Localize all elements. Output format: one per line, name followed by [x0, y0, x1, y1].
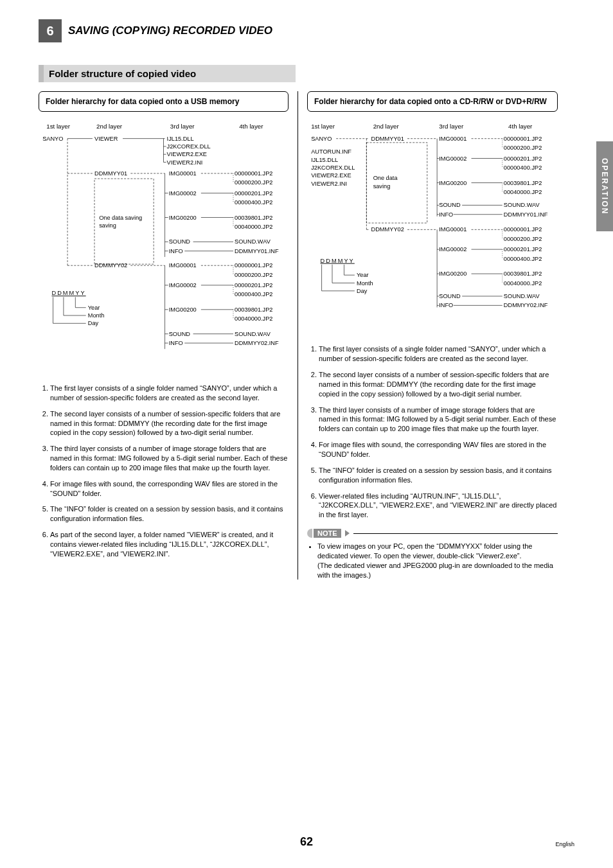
- f3a: 00039801.JP2: [504, 180, 542, 186]
- left-explanation-list: The first layer consists of a single fol…: [39, 384, 289, 559]
- bfile-3b: 00040000.JP2: [235, 315, 272, 322]
- root-file-1: AUTORUN.INF: [311, 148, 351, 155]
- b-img1: IMG00001: [439, 226, 466, 233]
- left-column: Folder hierarchy for data copied onto a …: [39, 91, 298, 580]
- chapter-number: 6: [46, 24, 53, 39]
- root-file-3: J2KCOREX.DLL: [311, 164, 355, 171]
- bfile-3a: 00039801.JP2: [235, 306, 272, 313]
- list-item: The “INFO” folder is created on a sessio…: [50, 504, 289, 524]
- side-tab: OPERATION: [596, 141, 613, 231]
- root-folder: SANYO: [42, 136, 63, 142]
- root-file-2: IJL15.DLL: [311, 157, 338, 163]
- usb-folder-diagram: 1st layer 2nd layer 3rd layer 4th layer …: [39, 121, 289, 373]
- svg-rect-8: [94, 179, 154, 264]
- img3-folder: IMG00200: [169, 215, 197, 221]
- page-language: English: [555, 841, 574, 847]
- img3: IMG00200: [439, 180, 466, 186]
- list-item: The first layer consists of a single fol…: [319, 344, 558, 364]
- root-file-5: VIEWER2.INI: [311, 181, 347, 187]
- list-item: The first layer consists of a single fol…: [50, 384, 289, 403]
- layer4-label: 4th layer: [508, 123, 533, 130]
- page-number: 62: [300, 835, 313, 848]
- img2: IMG00002: [439, 155, 466, 162]
- chapter-title: SAVING (COPYING) RECORDED VIDEO: [68, 24, 272, 37]
- info-folder: INFO: [169, 248, 183, 254]
- b-img1: IMG00001: [169, 262, 197, 269]
- note-header: NOTE: [307, 529, 558, 538]
- b-info: INFO: [169, 340, 183, 346]
- legend-root: DDMMYY: [321, 258, 355, 264]
- bf2b: 00000400.JP2: [504, 256, 542, 262]
- chapter-number-box: 6: [39, 19, 62, 42]
- file-1a: 00000001.JP2: [235, 170, 272, 177]
- file-3b: 00040000.JP2: [235, 224, 272, 230]
- legend-month: Month: [88, 312, 105, 319]
- img2-folder: IMG00002: [169, 190, 197, 197]
- anno-saving: saving: [373, 183, 391, 190]
- layer1-label: 1st layer: [46, 123, 70, 130]
- side-tab-label: OPERATION: [600, 158, 609, 215]
- anno-saving: saving: [99, 222, 116, 229]
- binf: DDMMYY02.INF: [504, 302, 548, 308]
- right-panel-title: Folder hierarchy for data copied onto a …: [307, 91, 558, 112]
- file-2a: 00000201.JP2: [235, 190, 272, 197]
- legend-root: DDMMYY: [51, 290, 85, 296]
- b-img3: IMG00200: [169, 306, 197, 313]
- bf1b: 00000200.JP2: [504, 236, 542, 242]
- note-divider: [353, 533, 558, 534]
- legend-day: Day: [88, 320, 99, 326]
- page-footer: 62 English: [0, 835, 613, 849]
- note-lead-icon: [307, 529, 312, 538]
- b-sound-file: SOUND.WAV: [235, 331, 271, 337]
- session1-folder: DDMMYY01: [371, 136, 404, 142]
- f3b: 00040000.JP2: [504, 189, 542, 195]
- file-1b: 00000200.JP2: [235, 179, 272, 186]
- chevron-right-icon: [345, 530, 350, 536]
- list-item: For image files with sound, the correspo…: [50, 479, 289, 499]
- viewer-folder: VIEWER: [94, 136, 118, 142]
- viewer-file-3: VIEWER2.EXE: [167, 151, 207, 157]
- file-3a: 00039801.JP2: [235, 215, 272, 221]
- right-column: Folder hierarchy for data copied onto a …: [298, 91, 558, 580]
- bf3a: 00039801.JP2: [504, 270, 542, 277]
- b-info-file: DDMMYY02.INF: [235, 340, 279, 346]
- bf1a: 00000001.JP2: [504, 226, 542, 233]
- section-title: Folder structure of copied video: [39, 65, 296, 82]
- anno-one-data: One data saving: [99, 215, 142, 221]
- legend-year: Year: [357, 272, 369, 278]
- session2-folder: DDMMYY02: [371, 226, 404, 233]
- file-2b: 00000400.JP2: [235, 199, 272, 206]
- root-file-4: VIEWER2.EXE: [311, 172, 351, 179]
- list-item: The “INFO” folder is created on a sessio…: [319, 466, 558, 485]
- sound: SOUND: [439, 202, 461, 208]
- chapter-header: 6 SAVING (COPYING) RECORDED VIDEO: [39, 19, 574, 42]
- f1a: 00000001.JP2: [504, 136, 542, 142]
- bfile-2a: 00000201.JP2: [235, 282, 272, 288]
- list-item: As part of the second layer, a folder na…: [50, 530, 289, 559]
- left-panel-title: Folder hierarchy for data copied onto a …: [39, 91, 289, 112]
- bfile-2b: 00000400.JP2: [235, 291, 272, 297]
- session2-folder: DDMMYY02: [94, 262, 127, 269]
- snd: SOUND.WAV: [504, 202, 540, 208]
- layer4-label: 4th layer: [239, 123, 263, 130]
- list-item: The second layer consists of a number of…: [50, 409, 289, 438]
- b-info: INFO: [439, 302, 453, 308]
- list-item: The third layer consists of a number of …: [50, 444, 289, 473]
- b-img3: IMG00200: [439, 270, 466, 277]
- legend-day: Day: [357, 288, 368, 294]
- anno-one-data: One data: [373, 175, 398, 181]
- viewer-file-1: IJL15.DLL: [167, 136, 194, 142]
- root-folder: SANYO: [311, 136, 332, 142]
- layer1-label: 1st layer: [311, 123, 335, 130]
- inf: DDMMYY01.INF: [504, 211, 548, 218]
- bf2a: 00000201.JP2: [504, 246, 542, 252]
- b-img2: IMG00002: [439, 246, 466, 252]
- bfile-1a: 00000001.JP2: [235, 262, 272, 269]
- legend-year: Year: [88, 305, 100, 311]
- bfile-1b: 00000200.JP2: [235, 272, 272, 278]
- layer3-label: 3rd layer: [170, 123, 195, 130]
- session1-folder: DDMMYY01: [94, 170, 127, 177]
- b-sound: SOUND: [439, 293, 461, 299]
- list-item: For image files with sound, the correspo…: [319, 440, 558, 459]
- note-item: To view images on your PC, open the “DDM…: [317, 542, 558, 580]
